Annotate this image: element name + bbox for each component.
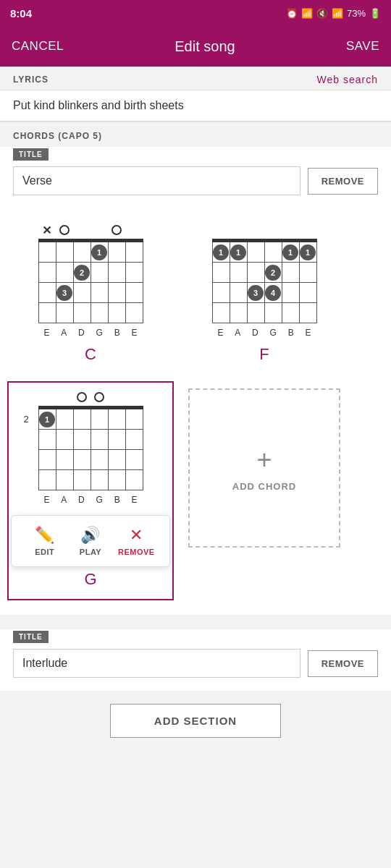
play-icon: 🔊 [80, 526, 100, 545]
save-button[interactable]: SAVE [346, 39, 379, 54]
chord-card-g[interactable]: 2 1 [7, 381, 174, 600]
fret-number-label: 2 [24, 414, 29, 425]
interlude-title-input[interactable] [13, 649, 300, 678]
add-chord-label: ADD CHORD [232, 481, 296, 492]
chord-name-c: C [85, 345, 96, 364]
fretboard-f: 1 1 1 1 [212, 239, 317, 323]
play-button[interactable]: 🔊 PLAY [67, 523, 113, 559]
chords-label: CHORDS (CAPO 5) [13, 131, 102, 141]
finger-dot: 3 [248, 285, 264, 301]
interlude-section-block: TITLE REMOVE [0, 629, 391, 691]
finger-dot: 1 [39, 412, 55, 427]
cancel-button[interactable]: CANCEL [12, 39, 64, 54]
verse-title-badge: TITLE [13, 148, 49, 161]
add-chord-plus-icon: + [256, 445, 272, 475]
finger-dot: 4 [265, 285, 281, 301]
chord-diagram-c: ✕ 1 [31, 223, 151, 338]
fretboard-c: 1 2 [38, 239, 143, 323]
string-open-5 [112, 225, 122, 235]
finger-dot: 2 [265, 265, 281, 281]
mute-icon: 🔇 [316, 8, 328, 19]
status-icons: ⏰ 📶 🔇 📶 73% 🔋 [286, 8, 381, 19]
lyrics-section-header: LYRICS Web search [0, 67, 391, 90]
finger-dot: 2 [74, 265, 90, 281]
remove-label: REMOVE [118, 548, 155, 556]
string-labels-c: E A D G B E [38, 328, 143, 338]
verse-remove-button[interactable]: REMOVE [308, 168, 378, 195]
interlude-title-badge: TITLE [13, 631, 49, 643]
finger-dot: 1 [91, 244, 107, 260]
string-labels-f: E A D G B E [212, 328, 317, 338]
fretboard-g: 2 1 [38, 406, 143, 490]
edit-icon: ✏️ [35, 526, 54, 545]
verse-chords-grid: ✕ 1 [0, 208, 391, 615]
add-section-button[interactable]: ADD SECTION [110, 704, 281, 738]
interlude-remove-button[interactable]: REMOVE [308, 650, 378, 677]
string-open-4 [94, 392, 104, 402]
chord-name-f: F [259, 345, 269, 364]
add-section-row: ADD SECTION [0, 691, 391, 751]
finger-dot: 3 [56, 285, 72, 301]
edit-button[interactable]: ✏️ EDIT [22, 523, 67, 559]
lyrics-label: LYRICS [13, 75, 49, 85]
string-labels-g: E A D G B E [38, 495, 143, 505]
chord-diagram-g: 2 1 [31, 390, 151, 505]
battery-label: 73% [347, 8, 366, 19]
verse-title-input[interactable] [13, 166, 300, 195]
chord-diagram-f: 1 1 1 1 [205, 223, 324, 338]
verse-section-block: TITLE REMOVE [0, 147, 391, 208]
edit-label: EDIT [35, 548, 54, 556]
header: CANCEL Edit song SAVE [0, 26, 391, 67]
web-search-button[interactable]: Web search [317, 74, 378, 85]
alarm-icon: ⏰ [286, 8, 298, 19]
section-divider [0, 615, 391, 629]
status-bar: 8:04 ⏰ 📶 🔇 📶 73% 🔋 [0, 0, 391, 26]
page-title: Edit song [175, 38, 235, 55]
finger-dot: 1 [230, 244, 246, 260]
string-open-3 [77, 392, 87, 402]
chord-name-g: G [84, 570, 96, 589]
string-open-2 [59, 225, 70, 235]
bluetooth-icon: 📶 [301, 8, 313, 19]
string-x-1: ✕ [42, 224, 52, 236]
lyrics-input[interactable] [0, 90, 391, 122]
finger-dot: 1 [300, 244, 316, 260]
context-menu: ✏️ EDIT 🔊 PLAY ✕ REMOVE [11, 515, 170, 567]
chord-card-c[interactable]: ✕ 1 [7, 216, 174, 374]
play-label: PLAY [80, 548, 101, 556]
remove-icon: ✕ [130, 526, 143, 545]
finger-dot: 1 [282, 244, 298, 260]
signal-icon: 📶 [332, 8, 343, 19]
finger-dot: 1 [213, 244, 229, 260]
chord-g-wrapper: 2 1 [7, 381, 174, 600]
status-time: 8:04 [10, 7, 32, 20]
chord-card-f[interactable]: 1 1 1 1 [181, 216, 348, 374]
battery-icon: 🔋 [369, 8, 381, 19]
remove-chord-button[interactable]: ✕ REMOVE [114, 523, 159, 559]
add-chord-button[interactable]: + ADD CHORD [188, 388, 340, 548]
chords-header: CHORDS (CAPO 5) [0, 122, 391, 147]
